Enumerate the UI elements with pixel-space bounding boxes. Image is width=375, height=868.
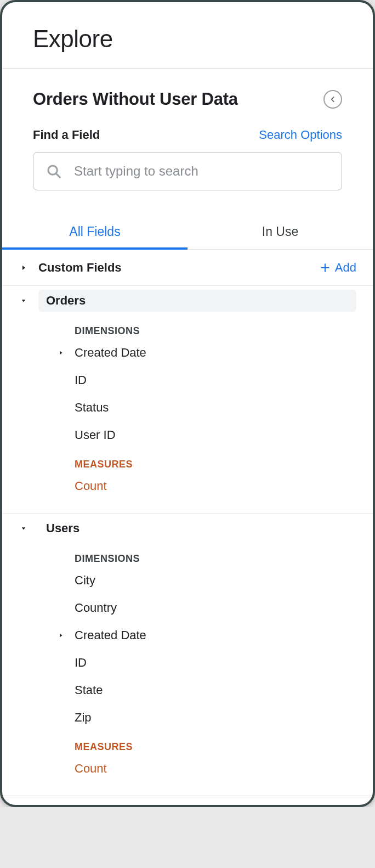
tab-in-use[interactable]: In Use <box>188 216 373 249</box>
view-header[interactable]: Users <box>2 514 373 543</box>
dimension-label: Status <box>55 401 109 415</box>
dimension-item[interactable]: ID <box>2 649 373 677</box>
tab-all-fields[interactable]: All Fields <box>2 216 188 249</box>
measures-header: MEASURES <box>2 449 373 472</box>
dimensions-header: DIMENSIONS <box>2 543 373 567</box>
dimension-label: Created Date <box>75 628 146 642</box>
caret-right-icon[interactable] <box>55 350 67 356</box>
dimension-item[interactable]: State <box>2 677 373 704</box>
add-custom-field-button[interactable]: Add <box>320 261 356 275</box>
view-name: Users <box>46 521 79 536</box>
dimension-item[interactable]: City <box>2 567 373 594</box>
view-name: Orders <box>46 294 86 308</box>
measure-label: Count <box>55 479 107 493</box>
dimension-label: User ID <box>55 428 116 442</box>
caret-right-icon[interactable] <box>55 632 67 639</box>
dimension-item[interactable]: Created Date <box>2 622 373 649</box>
chevron-left-icon <box>329 95 337 103</box>
search-options-link[interactable]: Search Options <box>259 128 342 142</box>
view-name-wrap: Orders <box>38 290 356 312</box>
explore-name: Orders Without User Data <box>33 89 238 109</box>
dimension-label: ID <box>55 656 87 670</box>
dimension-label: Zip <box>55 711 92 725</box>
dimensions-header: DIMENSIONS <box>2 315 373 339</box>
dimension-label: Country <box>55 601 117 615</box>
dimension-item[interactable]: Created Date <box>2 339 373 367</box>
view-group: OrdersDIMENSIONSCreated DateIDStatusUser… <box>2 286 373 514</box>
custom-fields-label: Custom Fields <box>38 261 310 275</box>
dimension-item[interactable]: Zip <box>2 704 373 731</box>
search-box[interactable] <box>33 152 342 190</box>
dimension-item[interactable]: ID <box>2 367 373 394</box>
dimension-label: Created Date <box>75 346 146 360</box>
measure-item[interactable]: Count <box>2 472 373 500</box>
dimension-label: ID <box>55 373 87 387</box>
measure-item[interactable]: Count <box>2 755 373 782</box>
dimension-label: State <box>55 683 103 697</box>
view-name-wrap: Users <box>38 517 356 539</box>
view-group: UsersDIMENSIONSCityCountryCreated DateID… <box>2 514 373 796</box>
caret-down-icon[interactable] <box>19 526 29 531</box>
search-icon <box>46 163 62 179</box>
caret-down-icon[interactable] <box>19 298 29 303</box>
view-header[interactable]: Orders <box>2 286 373 315</box>
measures-header: MEASURES <box>2 731 373 755</box>
dimension-item[interactable]: User ID <box>2 421 373 449</box>
svg-line-1 <box>56 173 60 177</box>
dimension-label: City <box>55 573 95 588</box>
page-title: Explore <box>33 25 342 53</box>
measure-label: Count <box>55 762 107 776</box>
find-field-label: Find a Field <box>33 128 100 142</box>
custom-fields-row[interactable]: Custom Fields Add <box>2 250 373 286</box>
dimension-item[interactable]: Status <box>2 394 373 421</box>
search-input[interactable] <box>73 163 329 179</box>
caret-right-icon[interactable] <box>19 264 29 271</box>
add-label: Add <box>335 261 356 275</box>
collapse-panel-button[interactable] <box>323 90 342 109</box>
dimension-item[interactable]: Country <box>2 594 373 622</box>
field-tabs: All Fields In Use <box>2 216 373 250</box>
plus-icon <box>320 262 331 273</box>
